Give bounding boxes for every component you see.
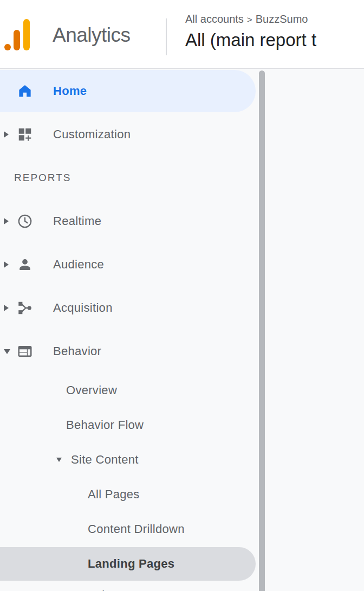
sidebar-item-label: Audience — [53, 258, 104, 272]
sidebar-scrollbar[interactable] — [259, 70, 265, 591]
breadcrumb[interactable]: All accounts>BuzzSumo — [185, 13, 364, 25]
breadcrumb-account[interactable]: BuzzSumo — [256, 13, 308, 25]
sidebar-item-overview[interactable]: Overview — [0, 373, 256, 408]
analytics-logo-icon — [4, 19, 30, 50]
logo-bar-tall — [23, 19, 30, 50]
customization-icon — [16, 126, 34, 143]
sidebar-item-behavior-flow[interactable]: Behavior Flow — [0, 408, 256, 442]
sidebar-item-content-drilldown[interactable]: Content Drilldown — [0, 512, 256, 547]
sidebar-item-audience[interactable]: Audience — [0, 243, 256, 286]
merge-icon — [16, 300, 34, 316]
logo-bar-short — [14, 30, 20, 50]
sidebar-section-reports: REPORTS — [0, 156, 256, 200]
sidebar-item-label: Acquisition — [53, 301, 113, 315]
sidebar-item-all-pages[interactable]: All Pages — [0, 477, 256, 512]
sidebar-item-landing-pages[interactable]: Landing Pages — [0, 547, 256, 581]
google-analytics-logo[interactable] — [4, 19, 30, 50]
expand-arrow-icon[interactable] — [2, 305, 16, 311]
sidebar-item-exit-pages[interactable]: Exit Pages — [0, 581, 256, 591]
expand-arrow-icon[interactable] — [2, 131, 16, 138]
home-icon — [16, 83, 34, 99]
logo-dot — [4, 44, 11, 50]
sidebar-item-label: All Pages — [88, 487, 140, 502]
sidebar-nav: HomeCustomizationREPORTSRealtimeAudience… — [0, 69, 256, 591]
sidebar-item-label: Realtime — [53, 214, 101, 228]
view-title[interactable]: All (main report t — [185, 30, 364, 50]
collapse-arrow-icon[interactable] — [2, 349, 16, 354]
expand-arrow-icon[interactable] — [2, 261, 16, 268]
sidebar-item-behavior[interactable]: Behavior — [0, 330, 256, 373]
account-picker: All accounts>BuzzSumo All (main report t — [185, 13, 364, 50]
app-header: Analytics All accounts>BuzzSumo All (mai… — [0, 0, 364, 69]
sidebar-item-label: Content Drilldown — [88, 522, 185, 536]
sidebar-item-home[interactable]: Home — [0, 69, 256, 113]
collapse-arrow-icon[interactable] — [56, 458, 62, 462]
clock-icon — [16, 213, 34, 230]
sidebar-item-label: Exit Pages — [88, 588, 146, 591]
breadcrumb-all-accounts[interactable]: All accounts — [185, 13, 244, 25]
sidebar-item-label: Overview — [66, 383, 117, 397]
main-content — [265, 69, 364, 591]
chevron-right-icon: > — [244, 15, 256, 25]
sidebar-item-acquisition[interactable]: Acquisition — [0, 286, 256, 330]
selected-item-highlight — [0, 70, 256, 112]
sidebar-item-label: Site Content — [71, 453, 139, 467]
sidebar-item-label: Landing Pages — [88, 557, 174, 571]
web-layout-icon — [16, 343, 34, 359]
section-label: REPORTS — [14, 172, 72, 184]
sidebar-item-label: Home — [53, 84, 87, 98]
sidebar-item-label: Behavior — [53, 344, 101, 358]
brand-name: Analytics — [53, 24, 131, 47]
person-icon — [16, 256, 34, 273]
sidebar-item-realtime[interactable]: Realtime — [0, 200, 256, 243]
sidebar-item-site-content[interactable]: Site Content — [0, 442, 256, 477]
sidebar-item-customization[interactable]: Customization — [0, 113, 256, 156]
expand-arrow-icon[interactable] — [2, 218, 16, 224]
sidebar-item-label: Behavior Flow — [66, 418, 144, 432]
header-divider — [166, 18, 167, 55]
sidebar-item-label: Customization — [53, 127, 131, 142]
